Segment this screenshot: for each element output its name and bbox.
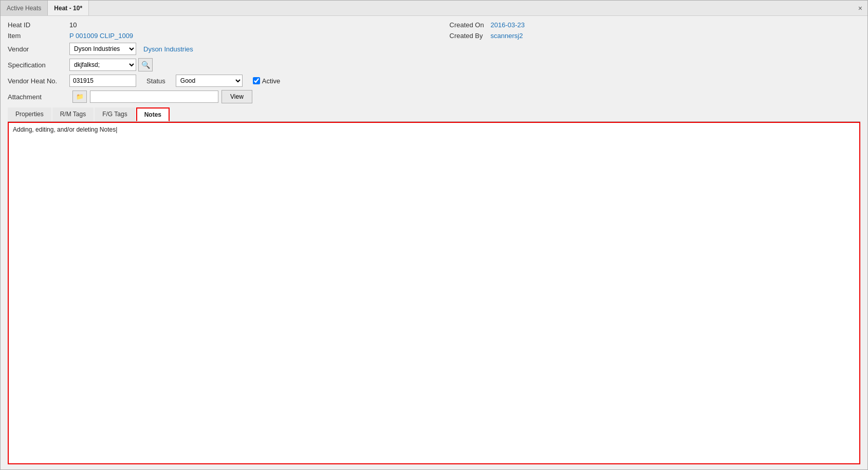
heat-id-label: Heat ID <box>8 21 69 29</box>
vendor-controls: Dyson Industries Other Vendor Dyson Indu… <box>69 43 193 55</box>
vendor-heat-controls: 031915 Status Good Bad Pending Active <box>69 75 280 87</box>
attachment-input[interactable] <box>90 91 218 103</box>
created-by-label: Created By <box>439 32 491 40</box>
specification-select[interactable]: dkjfalksd; Other Spec <box>69 59 136 71</box>
created-by-value: scannersj2 <box>491 32 861 40</box>
vendor-select[interactable]: Dyson Industries Other Vendor <box>69 43 136 55</box>
attachment-icon-button[interactable]: 📁 <box>72 91 87 103</box>
title-bar: Active Heats Heat - 10* × <box>1 1 867 16</box>
item-row: Item P 001009 CLIP_1009 Created By scann… <box>8 32 860 40</box>
heat-id-row: Heat ID 10 Created On 2016-03-23 <box>8 21 860 29</box>
close-button[interactable]: × <box>853 1 867 15</box>
tab-fg-tags[interactable]: F/G Tags <box>95 107 135 121</box>
notes-text: Adding, editing, and/or deleting Notes <box>9 123 859 136</box>
vendor-label: Vendor <box>8 45 69 53</box>
tab-notes[interactable]: Notes <box>136 107 170 121</box>
created-on-value: 2016-03-23 <box>491 21 861 29</box>
inactive-tab[interactable]: Active Heats <box>1 1 48 15</box>
vendor-link[interactable]: Dyson Industries <box>143 45 193 53</box>
binoculars-button[interactable]: 🔍 <box>138 58 153 71</box>
active-tab[interactable]: Heat - 10* <box>48 1 89 15</box>
notes-text-content: Adding, editing, and/or deleting Notes <box>13 126 116 133</box>
notes-area: Adding, editing, and/or deleting Notes <box>8 122 860 464</box>
vendor-row: Vendor Dyson Industries Other Vendor Dys… <box>8 43 860 55</box>
heat-id-value: 10 <box>69 21 439 29</box>
view-button[interactable]: View <box>221 90 252 103</box>
specification-controls: dkjfalksd; Other Spec 🔍 <box>69 58 153 71</box>
active-label: Active <box>262 77 280 85</box>
active-tab-label: Heat - 10 <box>54 5 80 12</box>
active-checkbox[interactable] <box>253 77 260 84</box>
status-label: Status <box>146 77 165 85</box>
specification-row: Specification dkjfalksd; Other Spec 🔍 <box>8 58 860 71</box>
attachment-label: Attachment <box>8 93 69 101</box>
attachment-row: Attachment 📁 View <box>8 90 860 103</box>
vendor-heat-no-label: Vendor Heat No. <box>8 77 69 85</box>
active-tab-modified: * <box>80 5 82 12</box>
item-value[interactable]: P 001009 CLIP_1009 <box>69 32 439 40</box>
tab-rm-tags[interactable]: R/M Tags <box>52 107 94 121</box>
text-cursor <box>116 126 117 133</box>
main-window: Active Heats Heat - 10* × Heat ID 10 Cre… <box>0 0 868 470</box>
status-select[interactable]: Good Bad Pending <box>176 75 243 87</box>
item-label: Item <box>8 32 69 40</box>
title-bar-left: Active Heats Heat - 10* <box>1 1 853 15</box>
vendor-heat-no-input[interactable]: 031915 <box>69 75 136 87</box>
tab-properties[interactable]: Properties <box>8 107 51 121</box>
specification-label: Specification <box>8 61 69 69</box>
created-on-label: Created On <box>439 21 491 29</box>
active-checkbox-label[interactable]: Active <box>253 77 280 85</box>
vendor-heat-row: Vendor Heat No. 031915 Status Good Bad P… <box>8 75 860 87</box>
form-content: Heat ID 10 Created On 2016-03-23 Item P … <box>1 16 867 469</box>
tabs-bar: Properties R/M Tags F/G Tags Notes <box>8 107 860 122</box>
